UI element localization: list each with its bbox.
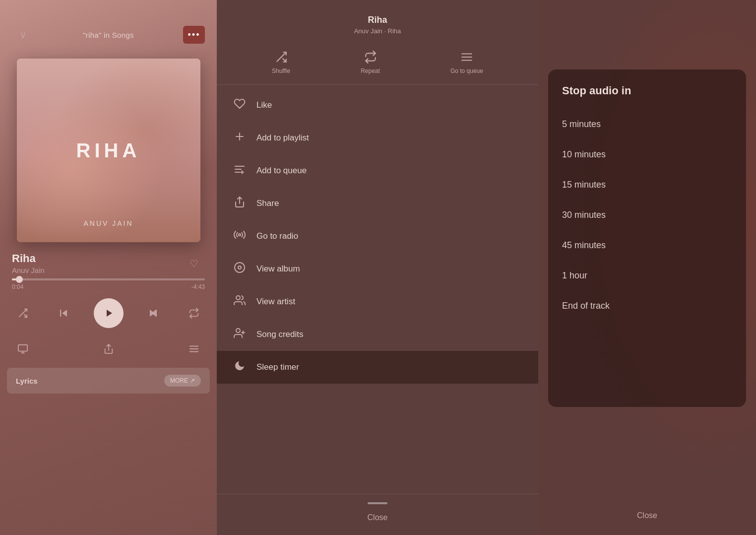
previous-button[interactable] [53,302,74,324]
heart-icon [233,98,247,113]
more-options-button[interactable]: ••• [183,26,205,44]
album-art-title: RIHA [76,139,141,162]
bottom-controls [0,338,217,360]
repeat-button[interactable] [183,302,205,324]
song-credits-label: Song credits [256,330,304,339]
add-to-playlist-menu-item[interactable]: Add to playlist [217,122,538,154]
svg-rect-2 [155,310,156,317]
sleep-content: Stop audio in 5 minutes 10 minutes 15 mi… [538,0,756,535]
scroll-indicator [368,502,387,504]
sleep-1hour-label: 1 hour [562,270,587,280]
share-menu-item[interactable]: Share [217,187,538,220]
sleep-timer-card: Stop audio in 5 minutes 10 minutes 15 mi… [548,69,746,407]
add-to-queue-label: Add to queue [256,166,307,176]
svg-rect-3 [18,345,27,351]
sleep-30min-label: 30 minutes [562,210,606,220]
song-title: Riha [12,252,45,265]
song-artist: Anuv Jain [12,266,45,274]
menu-song-title: Riha [229,15,526,25]
svg-point-23 [239,234,241,236]
menu-close-button[interactable]: Close [348,508,408,527]
song-credits-menu-item[interactable]: Song credits [217,318,538,351]
share-label: Share [256,199,279,208]
progress-knob [16,276,23,283]
menu-queue-button[interactable]: Go to queue [450,51,483,74]
svg-point-25 [238,266,241,269]
lyrics-label: Lyrics [16,377,38,385]
current-time: 0:04 [12,283,23,290]
remaining-time: -4:43 [191,283,205,290]
playback-controls [0,298,217,328]
menu-playback-controls: Shuffle Repeat Go to queue [217,43,538,85]
add-playlist-icon [233,131,247,145]
player-header: ∨ "riha" in Songs ••• [0,0,217,54]
sleep-45min-item[interactable]: 45 minutes [548,230,746,261]
devices-button[interactable] [12,338,34,360]
repeat-label: Repeat [361,67,380,74]
view-album-menu-item[interactable]: View album [217,253,538,285]
progress-times: 0:04 -4:43 [12,283,205,290]
more-button[interactable]: MORE ↗ [164,375,201,387]
context-menu-panel: Riha Anuv Jain · Riha Shuffle [217,0,538,535]
sleep-5min-item[interactable]: 5 minutes [548,109,746,139]
artist-icon [233,294,247,309]
search-context-label: "riha" in Songs [83,31,134,39]
more-label: MORE [170,377,188,384]
like-menu-item[interactable]: Like [217,89,538,122]
sleep-10min-label: 10 minutes [562,149,606,159]
view-artist-menu-item[interactable]: View artist [217,285,538,318]
sleep-timer-menu-item[interactable]: Sleep timer [217,351,538,384]
queue-label: Go to queue [450,67,483,74]
sleep-15min-item[interactable]: 15 minutes [548,170,746,200]
moon-icon [233,360,247,375]
svg-point-26 [236,296,240,300]
view-artist-label: View artist [256,297,295,307]
music-player-panel: ∨ "riha" in Songs ••• RIHA ANUV JAIN Rih… [0,0,217,535]
sleep-close-button[interactable]: Close [617,506,677,525]
share-icon [233,196,247,211]
view-album-label: View album [256,264,300,274]
add-to-playlist-label: Add to playlist [256,133,309,143]
sleep-30min-item[interactable]: 30 minutes [548,200,746,230]
progress-fill [12,278,20,280]
album-art-artist: ANUV JAIN [83,219,133,227]
shuffle-label: Shuffle [272,67,290,74]
sleep-end-track-label: End of track [562,301,610,311]
sleep-end-track-item[interactable]: End of track [548,291,746,321]
sleep-timer-title: Stop audio in [548,84,746,109]
sleep-timer-label: Sleep timer [256,362,299,372]
sleep-15min-label: 15 minutes [562,180,606,190]
share-button[interactable] [98,338,120,360]
shuffle-button[interactable] [12,302,34,324]
credits-icon [233,327,247,342]
song-info: Riha Anuv Jain ♡ [0,252,217,274]
menu-content: Riha Anuv Jain · Riha Shuffle [217,0,538,535]
play-button[interactable] [94,298,124,328]
lyrics-bar: Lyrics MORE ↗ [7,368,210,394]
menu-song-meta: Anuv Jain · Riha [229,27,526,35]
svg-point-27 [236,329,240,333]
sleep-45min-label: 45 minutes [562,240,606,250]
svg-point-24 [235,263,245,272]
radio-icon [233,229,247,244]
chevron-down-icon[interactable]: ∨ [12,24,34,46]
next-button[interactable] [142,302,164,324]
progress-section: 0:04 -4:43 [0,278,217,290]
menu-items-list: Like Add to playlist [217,85,538,494]
sleep-close-section: Close [538,496,756,535]
progress-bar[interactable] [12,278,205,280]
chevron-right-icon: ↗ [190,377,195,384]
sleep-timer-panel: Stop audio in 5 minutes 10 minutes 15 mi… [538,0,756,535]
album-art: RIHA ANUV JAIN [17,59,200,242]
menu-song-info: Riha Anuv Jain · Riha [217,0,538,43]
add-to-queue-menu-item[interactable]: Add to queue [217,154,538,187]
menu-repeat-button[interactable]: Repeat [361,51,380,74]
sleep-5min-label: 5 minutes [562,119,601,129]
sleep-1hour-item[interactable]: 1 hour [548,261,746,291]
go-to-radio-menu-item[interactable]: Go to radio [217,220,538,253]
menu-close-section: Close [217,494,538,535]
queue-button[interactable] [183,338,205,360]
like-button[interactable]: ♡ [183,253,205,274]
sleep-10min-item[interactable]: 10 minutes [548,139,746,170]
menu-shuffle-button[interactable]: Shuffle [272,51,290,74]
